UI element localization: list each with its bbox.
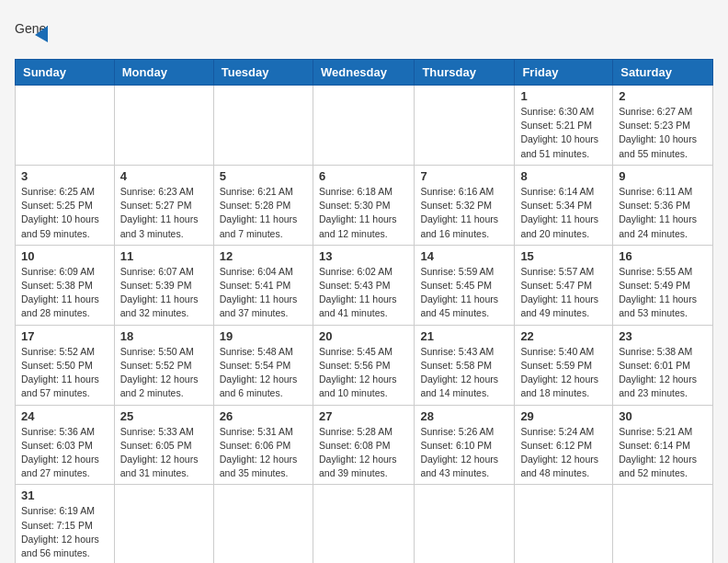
logo: General	[15, 15, 55, 48]
calendar-header-row: SundayMondayTuesdayWednesdayThursdayFrid…	[16, 60, 713, 86]
day-number: 21	[420, 329, 508, 343]
day-info: Sunrise: 6:04 AM Sunset: 5:41 PM Dayligh…	[220, 265, 307, 321]
calendar-header-saturday: Saturday	[613, 60, 713, 86]
calendar-cell	[114, 485, 213, 563]
calendar-cell	[16, 86, 115, 166]
calendar-cell: 29Sunrise: 5:24 AM Sunset: 6:12 PM Dayli…	[515, 405, 613, 485]
day-number: 13	[319, 249, 408, 263]
calendar-cell: 26Sunrise: 5:31 AM Sunset: 6:06 PM Dayli…	[213, 405, 313, 485]
calendar-cell: 14Sunrise: 5:59 AM Sunset: 5:45 PM Dayli…	[415, 245, 515, 325]
day-info: Sunrise: 6:27 AM Sunset: 5:23 PM Dayligh…	[619, 105, 707, 161]
day-info: Sunrise: 6:14 AM Sunset: 5:34 PM Dayligh…	[520, 185, 607, 241]
page-header: General	[15, 15, 713, 48]
day-info: Sunrise: 6:02 AM Sunset: 5:43 PM Dayligh…	[319, 265, 408, 321]
day-info: Sunrise: 6:23 AM Sunset: 5:27 PM Dayligh…	[120, 185, 208, 241]
calendar-cell	[515, 485, 613, 563]
day-info: Sunrise: 5:36 AM Sunset: 6:03 PM Dayligh…	[21, 425, 108, 481]
day-info: Sunrise: 5:33 AM Sunset: 6:05 PM Dayligh…	[120, 425, 208, 481]
day-number: 17	[21, 329, 108, 343]
calendar-cell: 16Sunrise: 5:55 AM Sunset: 5:49 PM Dayli…	[613, 245, 713, 325]
calendar-header-monday: Monday	[114, 60, 213, 86]
day-number: 23	[619, 329, 707, 343]
calendar-cell: 6Sunrise: 6:18 AM Sunset: 5:30 PM Daylig…	[313, 165, 414, 245]
day-info: Sunrise: 6:07 AM Sunset: 5:39 PM Dayligh…	[120, 265, 208, 321]
day-number: 22	[520, 329, 607, 343]
day-info: Sunrise: 6:21 AM Sunset: 5:28 PM Dayligh…	[220, 185, 307, 241]
calendar-week-5: 24Sunrise: 5:36 AM Sunset: 6:03 PM Dayli…	[16, 405, 713, 485]
logo-icon: General	[15, 15, 48, 48]
calendar-cell: 24Sunrise: 5:36 AM Sunset: 6:03 PM Dayli…	[16, 405, 115, 485]
calendar-cell: 20Sunrise: 5:45 AM Sunset: 5:56 PM Dayli…	[313, 325, 414, 405]
day-number: 7	[420, 169, 508, 183]
day-number: 27	[319, 409, 408, 423]
calendar: SundayMondayTuesdayWednesdayThursdayFrid…	[15, 59, 713, 563]
calendar-cell: 27Sunrise: 5:28 AM Sunset: 6:08 PM Dayli…	[313, 405, 414, 485]
day-info: Sunrise: 5:57 AM Sunset: 5:47 PM Dayligh…	[520, 265, 607, 321]
day-number: 9	[619, 169, 707, 183]
day-number: 19	[220, 329, 307, 343]
calendar-cell: 11Sunrise: 6:07 AM Sunset: 5:39 PM Dayli…	[114, 245, 213, 325]
day-info: Sunrise: 5:43 AM Sunset: 5:58 PM Dayligh…	[420, 345, 508, 401]
day-info: Sunrise: 6:18 AM Sunset: 5:30 PM Dayligh…	[319, 185, 408, 241]
calendar-cell: 30Sunrise: 5:21 AM Sunset: 6:14 PM Dayli…	[613, 405, 713, 485]
day-info: Sunrise: 6:11 AM Sunset: 5:36 PM Dayligh…	[619, 185, 707, 241]
calendar-cell	[213, 485, 313, 563]
day-info: Sunrise: 5:48 AM Sunset: 5:54 PM Dayligh…	[220, 345, 307, 401]
calendar-cell: 28Sunrise: 5:26 AM Sunset: 6:10 PM Dayli…	[415, 405, 515, 485]
day-info: Sunrise: 5:24 AM Sunset: 6:12 PM Dayligh…	[520, 425, 607, 481]
day-info: Sunrise: 5:28 AM Sunset: 6:08 PM Dayligh…	[319, 425, 408, 481]
day-info: Sunrise: 5:45 AM Sunset: 5:56 PM Dayligh…	[319, 345, 408, 401]
day-info: Sunrise: 6:30 AM Sunset: 5:21 PM Dayligh…	[520, 105, 607, 161]
calendar-cell	[313, 485, 414, 563]
calendar-cell: 2Sunrise: 6:27 AM Sunset: 5:23 PM Daylig…	[613, 86, 713, 166]
day-number: 14	[420, 249, 508, 263]
calendar-cell: 22Sunrise: 5:40 AM Sunset: 5:59 PM Dayli…	[515, 325, 613, 405]
day-number: 16	[619, 249, 707, 263]
calendar-cell: 19Sunrise: 5:48 AM Sunset: 5:54 PM Dayli…	[213, 325, 313, 405]
calendar-cell: 25Sunrise: 5:33 AM Sunset: 6:05 PM Dayli…	[114, 405, 213, 485]
day-number: 18	[120, 329, 208, 343]
calendar-cell: 5Sunrise: 6:21 AM Sunset: 5:28 PM Daylig…	[213, 165, 313, 245]
calendar-header-sunday: Sunday	[16, 60, 115, 86]
calendar-cell: 4Sunrise: 6:23 AM Sunset: 5:27 PM Daylig…	[114, 165, 213, 245]
day-number: 24	[21, 409, 108, 423]
day-info: Sunrise: 6:16 AM Sunset: 5:32 PM Dayligh…	[420, 185, 508, 241]
day-info: Sunrise: 6:25 AM Sunset: 5:25 PM Dayligh…	[21, 185, 108, 241]
day-number: 15	[520, 249, 607, 263]
day-info: Sunrise: 5:21 AM Sunset: 6:14 PM Dayligh…	[619, 425, 707, 481]
calendar-week-2: 3Sunrise: 6:25 AM Sunset: 5:25 PM Daylig…	[16, 165, 713, 245]
calendar-cell	[213, 86, 313, 166]
calendar-week-6: 31Sunrise: 6:19 AM Sunset: 7:15 PM Dayli…	[16, 485, 713, 563]
calendar-cell: 18Sunrise: 5:50 AM Sunset: 5:52 PM Dayli…	[114, 325, 213, 405]
day-info: Sunrise: 5:59 AM Sunset: 5:45 PM Dayligh…	[420, 265, 508, 321]
calendar-cell: 21Sunrise: 5:43 AM Sunset: 5:58 PM Dayli…	[415, 325, 515, 405]
day-number: 3	[21, 169, 108, 183]
calendar-cell: 13Sunrise: 6:02 AM Sunset: 5:43 PM Dayli…	[313, 245, 414, 325]
day-number: 26	[220, 409, 307, 423]
calendar-cell: 31Sunrise: 6:19 AM Sunset: 7:15 PM Dayli…	[16, 485, 115, 563]
day-number: 29	[520, 409, 607, 423]
day-info: Sunrise: 5:40 AM Sunset: 5:59 PM Dayligh…	[520, 345, 607, 401]
calendar-week-3: 10Sunrise: 6:09 AM Sunset: 5:38 PM Dayli…	[16, 245, 713, 325]
day-number: 30	[619, 409, 707, 423]
day-info: Sunrise: 5:31 AM Sunset: 6:06 PM Dayligh…	[220, 425, 307, 481]
calendar-cell: 3Sunrise: 6:25 AM Sunset: 5:25 PM Daylig…	[16, 165, 115, 245]
day-number: 8	[520, 169, 607, 183]
calendar-cell: 10Sunrise: 6:09 AM Sunset: 5:38 PM Dayli…	[16, 245, 115, 325]
day-number: 2	[619, 89, 707, 103]
day-info: Sunrise: 5:50 AM Sunset: 5:52 PM Dayligh…	[120, 345, 208, 401]
day-number: 6	[319, 169, 408, 183]
calendar-cell	[613, 485, 713, 563]
day-number: 1	[520, 89, 607, 103]
day-info: Sunrise: 6:09 AM Sunset: 5:38 PM Dayligh…	[21, 265, 108, 321]
calendar-cell: 15Sunrise: 5:57 AM Sunset: 5:47 PM Dayli…	[515, 245, 613, 325]
calendar-header-friday: Friday	[515, 60, 613, 86]
calendar-cell: 17Sunrise: 5:52 AM Sunset: 5:50 PM Dayli…	[16, 325, 115, 405]
day-number: 4	[120, 169, 208, 183]
day-info: Sunrise: 5:26 AM Sunset: 6:10 PM Dayligh…	[420, 425, 508, 481]
day-number: 5	[220, 169, 307, 183]
calendar-cell	[114, 86, 213, 166]
calendar-cell: 12Sunrise: 6:04 AM Sunset: 5:41 PM Dayli…	[213, 245, 313, 325]
calendar-week-4: 17Sunrise: 5:52 AM Sunset: 5:50 PM Dayli…	[16, 325, 713, 405]
day-info: Sunrise: 5:55 AM Sunset: 5:49 PM Dayligh…	[619, 265, 707, 321]
